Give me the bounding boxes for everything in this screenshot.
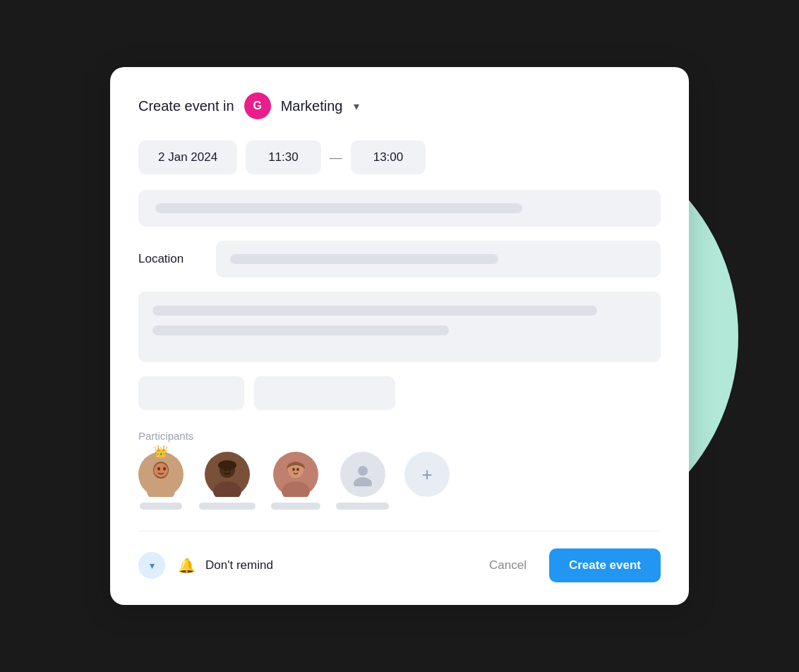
avatar-wrap-2 [205, 452, 250, 497]
participant-4-name [336, 503, 389, 510]
tags-row [138, 376, 661, 410]
location-input[interactable] [216, 241, 661, 277]
start-time-picker[interactable]: 11:30 [246, 140, 321, 174]
participant-3-name [271, 503, 320, 510]
participant-2-name [199, 503, 256, 510]
svg-point-15 [292, 468, 295, 471]
modal-header: Create event in G Marketing ▾ [138, 92, 661, 119]
avatar-wrap-3 [273, 452, 318, 497]
avatar-1-img [138, 452, 184, 497]
create-event-modal: Create event in G Marketing ▾ 2 Jan 2024… [110, 67, 689, 605]
tag-pill-1[interactable] [138, 376, 244, 410]
add-participant-item[interactable]: + [404, 452, 450, 497]
cancel-button[interactable]: Cancel [476, 551, 539, 580]
dont-remind-text: Don't remind [205, 558, 273, 572]
avatar-wrap-1: 👑 [138, 452, 184, 497]
crown-icon: 👑 [154, 445, 168, 458]
participant-2[interactable] [199, 452, 256, 510]
location-label: Location [138, 252, 202, 266]
location-row: Location [138, 241, 661, 277]
modal-footer: ▾ 🔔 Don't remind Cancel Create event [138, 531, 661, 582]
svg-point-11 [218, 460, 236, 470]
participants-section: Participants 👑 [138, 430, 661, 510]
svg-point-18 [354, 477, 372, 486]
svg-point-17 [358, 466, 368, 476]
calendar-name: Marketing [281, 98, 343, 114]
participants-label: Participants [138, 430, 661, 442]
svg-point-5 [163, 467, 166, 471]
avatar-wrap-4 [340, 452, 385, 497]
date-picker[interactable]: 2 Jan 2024 [138, 140, 237, 174]
tag-pill-2[interactable] [254, 376, 395, 410]
person-icon [351, 462, 375, 486]
time-separator: — [330, 150, 342, 165]
add-participant-button[interactable]: + [404, 452, 450, 497]
participant-1-name [140, 503, 182, 510]
create-event-button[interactable]: Create event [549, 548, 661, 582]
participant-3[interactable] [271, 452, 320, 510]
calendar-badge: G [244, 92, 271, 119]
avatar-3-img [273, 452, 318, 497]
notes-line-1 [152, 306, 597, 316]
svg-point-16 [296, 468, 299, 471]
notes-line-2 [152, 325, 449, 335]
avatar-2-img [205, 452, 250, 497]
reminder-toggle-button[interactable]: ▾ [138, 552, 165, 579]
end-time-picker[interactable]: 13:00 [351, 140, 426, 174]
notes-input[interactable] [138, 292, 661, 362]
svg-point-3 [154, 463, 168, 477]
event-title-input[interactable] [138, 190, 661, 227]
calendar-chevron-icon[interactable]: ▾ [354, 100, 359, 113]
page-background: Create event in G Marketing ▾ 2 Jan 2024… [0, 0, 799, 672]
participant-4[interactable] [336, 452, 389, 510]
participant-1[interactable]: 👑 [138, 452, 184, 510]
chevron-down-icon: ▾ [150, 560, 155, 571]
participant-placeholder [340, 452, 385, 497]
datetime-row: 2 Jan 2024 11:30 — 13:00 [138, 140, 661, 174]
create-event-label: Create event in [138, 98, 234, 114]
bell-icon: 🔔 [178, 557, 196, 574]
svg-point-4 [157, 467, 160, 471]
participants-row: 👑 [138, 452, 661, 510]
